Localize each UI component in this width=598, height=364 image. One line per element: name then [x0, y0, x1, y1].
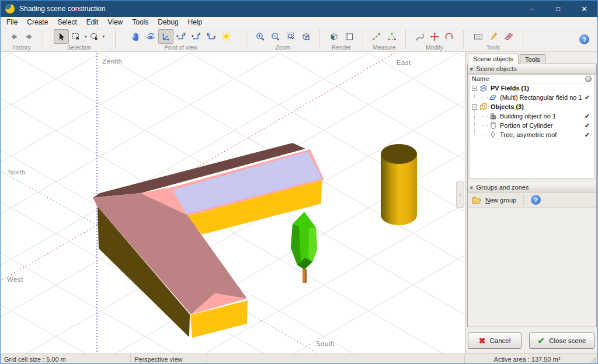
view-side-zy-button[interactable]: zy — [204, 29, 219, 44]
cancel-button[interactable]: ✖ Cancel — [468, 332, 521, 349]
menu-select[interactable]: Select — [53, 17, 81, 27]
view-front-xz-button[interactable]: xz — [189, 29, 204, 44]
history-back-button[interactable] — [6, 29, 22, 44]
menu-edit[interactable]: Edit — [82, 17, 103, 27]
close-button[interactable]: ✕ — [571, 1, 597, 17]
svg-text:y: y — [214, 34, 216, 38]
sphere-render-icon[interactable] — [585, 76, 592, 82]
zoom-selection-icon — [286, 32, 295, 41]
select-rectangle-button[interactable] — [69, 29, 84, 44]
tools-grid-button[interactable] — [471, 29, 486, 44]
pan-hand-button[interactable] — [128, 29, 143, 44]
cylinder-top[interactable] — [381, 144, 417, 164]
chevron-collapse-icon[interactable]: » — [468, 67, 475, 71]
maximize-button[interactable]: □ — [545, 1, 571, 17]
scene-viewport[interactable]: Zenith East North West South — [1, 53, 465, 354]
groups-help-button[interactable]: ? — [531, 195, 541, 205]
modify-edit-button[interactable] — [412, 29, 427, 44]
new-group-button[interactable]: New group — [485, 197, 516, 204]
axes-icon — [161, 32, 171, 41]
groups-and-zones-header-label: Groups and zones — [477, 184, 529, 191]
collapse-box-icon[interactable]: − — [472, 104, 477, 110]
groups-and-zones-header[interactable]: » Groups and zones — [468, 183, 596, 192]
tree-row-rectangular-field[interactable]: (Multi) Rectangular field no 1 ✓ — [470, 93, 594, 102]
minimize-button[interactable]: – — [519, 1, 545, 17]
measure-distance-button[interactable] — [369, 29, 384, 44]
history-forward-button[interactable] — [22, 29, 37, 44]
modify-rotate-button[interactable] — [442, 29, 457, 44]
sun-icon — [221, 32, 231, 41]
tree-row-pv-fields[interactable]: − PV Fields (1) — [470, 83, 594, 93]
tab-scene-objects[interactable]: Scene objects — [468, 54, 519, 64]
toolbar-group-label: Measure — [373, 44, 396, 51]
zoom-out-icon — [271, 32, 280, 41]
status-empty — [207, 354, 464, 364]
scene-objects-header[interactable]: » Scene objects — [468, 64, 596, 74]
name-column-header[interactable]: Name — [470, 75, 594, 83]
measure-angle-button[interactable] — [384, 29, 399, 44]
toolbar-help-button[interactable]: ? — [579, 34, 589, 44]
cylinder-object[interactable] — [381, 144, 417, 225]
chevron-down-icon[interactable]: ▾ — [103, 34, 105, 39]
zoom-out-button[interactable] — [268, 29, 283, 44]
toolbar-group-label: Point of view — [164, 44, 197, 51]
measure-triangle-icon — [387, 32, 397, 41]
menu-file[interactable]: File — [2, 17, 22, 27]
menu-create[interactable]: Create — [22, 17, 53, 27]
toolbar-group-label: History — [12, 44, 30, 51]
visibility-check-icon[interactable]: ✓ — [585, 94, 590, 102]
menu-view[interactable]: View — [103, 17, 127, 27]
toolbar-group-render: Render — [320, 27, 363, 51]
visibility-check-icon[interactable]: ✓ — [585, 122, 590, 130]
select-lasso-button[interactable] — [87, 29, 102, 44]
select-cursor-button[interactable] — [54, 29, 69, 44]
building-object[interactable] — [93, 143, 324, 338]
lasso-select-icon — [90, 32, 99, 41]
svg-text:x: x — [192, 34, 194, 38]
tools-draw-button[interactable] — [486, 29, 501, 44]
toolbar-group-label: Render — [332, 44, 351, 51]
toolbar-group-tools: Tools — [464, 27, 523, 51]
groups-toolbar: New group ? — [468, 192, 596, 208]
render-textured-button[interactable] — [326, 29, 342, 44]
zoom-fit-icon — [301, 32, 311, 41]
panel-collapse-handle[interactable]: › — [456, 181, 464, 208]
modify-move-button[interactable] — [427, 29, 442, 44]
menu-debug[interactable]: Debug — [153, 17, 183, 27]
view-zy-icon: zy — [206, 32, 216, 41]
south-label: South — [316, 340, 335, 347]
perspective-view-button[interactable] — [158, 29, 173, 44]
visibility-check-icon[interactable]: ✓ — [585, 131, 590, 139]
zoom-fit-button[interactable] — [298, 29, 314, 44]
tab-tools[interactable]: Tools — [520, 54, 545, 64]
tree-row-cylinder[interactable]: Portion of Cylinder ✓ — [470, 121, 594, 130]
menu-help[interactable]: Help — [183, 17, 207, 27]
eye-rotate-icon — [146, 32, 155, 41]
objects-cube-icon — [479, 103, 488, 111]
tree-object[interactable] — [291, 212, 317, 283]
orbit-view-button[interactable] — [143, 29, 158, 44]
view-top-xy-button[interactable]: xy — [173, 29, 189, 44]
visibility-check-icon[interactable]: ✓ — [585, 113, 590, 120]
sun-position-button[interactable] — [219, 29, 234, 44]
render-wireframe-button[interactable] — [342, 29, 357, 44]
west-axis-line — [1, 225, 97, 283]
collapse-box-icon[interactable]: − — [472, 86, 477, 91]
toolbar-group-label: Selection — [67, 44, 91, 51]
cylinder-body[interactable] — [381, 154, 417, 225]
zenith-label: Zenith — [102, 58, 122, 65]
zoom-in-button[interactable] — [253, 29, 268, 44]
zoom-window-button[interactable] — [283, 29, 298, 44]
tools-zones-button[interactable] — [501, 29, 516, 44]
resize-grip[interactable] — [589, 357, 596, 364]
chevron-collapse-icon[interactable]: » — [468, 186, 475, 189]
close-scene-button[interactable]: ✔ Close scene — [529, 332, 594, 349]
tree-row-building[interactable]: Building object no 1 ✓ — [470, 111, 594, 121]
arrow-right-icon — [25, 32, 34, 41]
west-label: West — [7, 276, 23, 283]
status-active-area: Active area : 137.50 m² — [465, 354, 589, 364]
tree-row-tree[interactable]: Tree, asymetric roof ✓ — [470, 130, 594, 139]
tree-row-objects[interactable]: − Objects (3) — [470, 102, 594, 111]
menu-tools[interactable]: Tools — [127, 17, 153, 27]
tree-guide-line — [482, 116, 488, 117]
